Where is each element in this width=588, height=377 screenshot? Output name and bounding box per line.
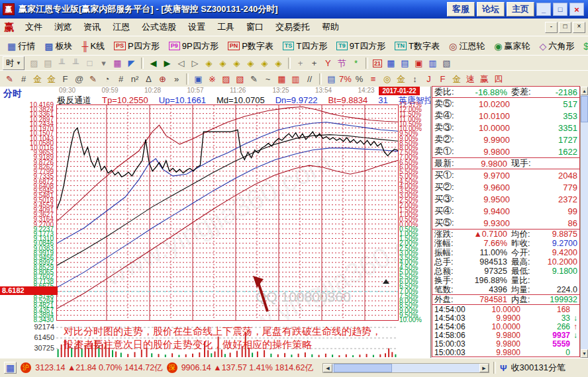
toolbar-icon[interactable]: ◁ bbox=[174, 58, 188, 69]
menu-item[interactable]: 帮助 bbox=[316, 20, 345, 34]
toolbar-icon[interactable]: 速 bbox=[464, 73, 477, 85]
toolbar-item-赢家轮[interactable]: ◉赢家轮 bbox=[489, 39, 534, 54]
toolbar-icon[interactable]: ▣ bbox=[412, 58, 426, 69]
vertical-scrollbar[interactable]: ▲ ▼ bbox=[580, 87, 588, 358]
shenzhen-index-icon[interactable]: 深 bbox=[167, 362, 177, 373]
toolbar-icon[interactable]: ✎ bbox=[86, 73, 100, 85]
toolbar-item-K线[interactable]: ╫K线 bbox=[77, 39, 109, 54]
quick-button-客服[interactable]: 客服 bbox=[447, 2, 475, 17]
toolbar-icon[interactable]: ◎ bbox=[380, 73, 394, 85]
toolbar-icon[interactable]: F bbox=[436, 73, 450, 85]
toolbar-icon[interactable]: ▤ bbox=[398, 58, 412, 69]
toolbar-icon[interactable]: ▤ bbox=[41, 58, 55, 69]
toolbar-icon[interactable]: ▦ bbox=[384, 58, 398, 69]
toolbar-icon[interactable]: // bbox=[303, 73, 317, 85]
toolbar-icon[interactable]: ╨ bbox=[55, 58, 69, 69]
toolbar-icon[interactable]: ◈ bbox=[271, 58, 285, 69]
toolbar-item-赢家服务[interactable]: $赢家服务 bbox=[579, 39, 588, 54]
quick-button-论坛[interactable]: 论坛 bbox=[477, 2, 505, 17]
quote-grid-icon[interactable]: ▦ bbox=[4, 362, 17, 374]
toolbar-item-9P四方形[interactable]: P99P四方形 bbox=[164, 39, 223, 54]
menu-item[interactable]: 文件 bbox=[19, 20, 48, 34]
toolbar-item-江恩轮[interactable]: ◎江恩轮 bbox=[444, 39, 489, 54]
toolbar-icon[interactable]: ◀ bbox=[146, 58, 160, 69]
horizontal-scrollbar[interactable]: ◀ ▶ bbox=[322, 363, 489, 373]
scroll-up-icon[interactable]: ▲ bbox=[581, 87, 588, 95]
menu-item[interactable]: 工具 bbox=[211, 20, 240, 34]
menu-item[interactable]: 设置 bbox=[182, 20, 211, 34]
scroll-down-icon[interactable]: ▼ bbox=[581, 349, 588, 358]
toolbar-icon[interactable]: # bbox=[114, 73, 128, 85]
menu-item[interactable]: 公式选股 bbox=[136, 20, 182, 34]
toolbar-icon[interactable]: ✎ bbox=[247, 73, 261, 85]
toolbar-icon[interactable]: 四 bbox=[491, 73, 505, 85]
menu-item[interactable]: 江恩 bbox=[107, 20, 136, 34]
toolbar-icon[interactable]: ∆ bbox=[142, 73, 156, 85]
toolbar-item-9T四方形[interactable]: T99T四方形 bbox=[332, 39, 390, 54]
toolbar-icon[interactable]: # bbox=[17, 73, 30, 85]
toolbar-icon[interactable]: ▷ bbox=[188, 58, 202, 69]
toolbar-icon[interactable]: @ bbox=[72, 73, 86, 85]
toolbar-icon[interactable]: ◔ bbox=[100, 73, 114, 85]
maximize-button[interactable]: □ bbox=[553, 3, 567, 16]
shanghai-index-icon[interactable]: 沪 bbox=[21, 362, 31, 373]
toolbar-item-板块[interactable]: ▩板块 bbox=[40, 39, 77, 54]
horizontal-scroll-thumb[interactable] bbox=[334, 364, 392, 372]
toolbar-icon[interactable]: » bbox=[170, 73, 183, 85]
scroll-left-icon[interactable]: ◀ bbox=[323, 364, 332, 372]
mdi-window-button[interactable]: × bbox=[573, 22, 585, 33]
toolbar-icon[interactable]: 节 bbox=[335, 58, 349, 69]
toolbar-icon[interactable]: J bbox=[422, 73, 436, 85]
toolbar-icon[interactable]: ◈ bbox=[258, 58, 271, 69]
toolbar-icon[interactable]: + bbox=[293, 58, 307, 69]
mdi-window-button[interactable]: - bbox=[545, 22, 558, 33]
close-button[interactable]: × bbox=[569, 3, 584, 16]
toolbar-icon[interactable]: ╨ bbox=[69, 58, 83, 69]
vertical-scroll-thumb[interactable] bbox=[581, 96, 588, 122]
toolbar-item-六角形[interactable]: ◇六角形 bbox=[534, 39, 579, 54]
toolbar-icon[interactable]: ⊕ bbox=[156, 73, 170, 85]
toolbar-icon[interactable]: ~ bbox=[261, 73, 275, 85]
toolbar-icon[interactable]: ▦ bbox=[275, 73, 289, 85]
quick-button-主页[interactable]: 主页 bbox=[507, 2, 534, 17]
toolbar-icon[interactable]: ◈ bbox=[202, 58, 216, 69]
toolbar-item-T四方形[interactable]: TST四方形 bbox=[278, 39, 332, 54]
toolbar-icon[interactable]: 赢 bbox=[477, 73, 491, 85]
menu-item[interactable]: 交易委托 bbox=[270, 20, 316, 34]
toolbar-icon[interactable]: ▤ bbox=[324, 73, 338, 85]
toolbar-icon[interactable]: 金 bbox=[44, 73, 58, 85]
scroll-right-icon[interactable]: ▶ bbox=[479, 364, 489, 372]
toolbar-icon[interactable]: ▣ bbox=[191, 73, 205, 85]
toolbar-icon[interactable]: ◤ bbox=[124, 58, 138, 69]
toolbar-icon[interactable]: ✎ bbox=[3, 73, 17, 85]
toolbar-icon[interactable]: ◈ bbox=[244, 58, 258, 69]
period-dropdown[interactable]: 时▼ bbox=[3, 56, 24, 70]
toolbar-icon[interactable]: + bbox=[307, 58, 321, 69]
toolbar-icon[interactable]: ▥ bbox=[289, 73, 303, 85]
toolbar-icon[interactable]: 7% bbox=[338, 73, 352, 85]
toolbar-icon[interactable]: n² bbox=[128, 73, 142, 85]
toolbar-icon[interactable]: □ bbox=[83, 58, 97, 69]
toolbar-item-行情[interactable]: ▦行情 bbox=[3, 39, 40, 54]
toolbar-icon[interactable]: F bbox=[58, 73, 72, 85]
toolbar-icon[interactable]: ▨ bbox=[27, 58, 41, 69]
toolbar-icon[interactable]: Y bbox=[321, 58, 335, 69]
toolbar-icon[interactable]: 金 bbox=[450, 73, 464, 85]
toolbar-item-P数字表[interactable]: PNP数字表 bbox=[223, 39, 278, 54]
toolbar-icon[interactable]: ▧ bbox=[233, 73, 247, 85]
toolbar-icon[interactable]: ▨ bbox=[219, 73, 233, 85]
minute-chart[interactable]: www.yingjia360.comwww.yingjia360.comQQ:1… bbox=[56, 105, 399, 321]
menu-item[interactable]: 浏览 bbox=[48, 20, 77, 34]
toolbar-icon[interactable]: ▾ bbox=[97, 58, 111, 69]
menu-item[interactable]: 资讯 bbox=[77, 20, 107, 34]
toolbar-icon[interactable]: ◈ bbox=[230, 58, 244, 69]
toolbar-item-P四方形[interactable]: PSP四方形 bbox=[109, 39, 164, 54]
menu-item[interactable]: 窗口 bbox=[240, 20, 270, 34]
toolbar-icon[interactable]: ≡ bbox=[366, 73, 380, 85]
toolbar-icon[interactable]: 金 bbox=[30, 73, 44, 85]
toolbar-icon[interactable]: ◈ bbox=[216, 58, 230, 69]
toolbar-item-T数字表[interactable]: TNT数字表 bbox=[390, 39, 444, 54]
toolbar-icon[interactable]: 21 bbox=[373, 60, 382, 67]
toolbar-icon[interactable]: * bbox=[349, 58, 363, 69]
toolbar-icon[interactable]: % bbox=[352, 73, 366, 85]
